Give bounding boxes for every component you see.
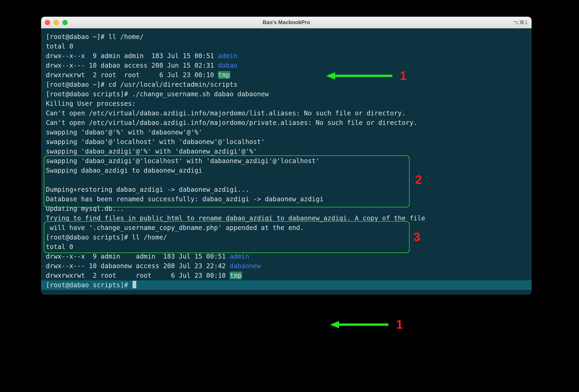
output-line: swapping 'dabao'@'localhost' with 'dabao… bbox=[46, 138, 265, 146]
command: ll /home/ bbox=[132, 233, 167, 241]
output-line: Database has been renamed successfully: … bbox=[46, 195, 323, 203]
maximize-icon[interactable] bbox=[62, 20, 68, 25]
output-line: will have '.change_username_copy_dbname.… bbox=[46, 224, 304, 232]
output-line: Updating mysql.db... bbox=[46, 205, 124, 212]
dir-name: admin bbox=[230, 252, 249, 260]
cursor-icon bbox=[133, 281, 136, 288]
window-controls bbox=[45, 20, 68, 25]
output-line: total 0 bbox=[46, 243, 73, 251]
prompt: [root@dabao scripts]# bbox=[46, 281, 132, 289]
output-line: drwx--x--x 9 admin admin 183 Jul 15 00:5… bbox=[46, 252, 230, 260]
prompt: [root@dabao scripts]# bbox=[46, 90, 132, 98]
dir-name: admin bbox=[218, 52, 238, 60]
close-icon[interactable] bbox=[45, 20, 50, 25]
output-line: drwxrwxrwt 2 root root 6 Jul 23 00:10 bbox=[46, 272, 230, 279]
output-line: drwx--x--- 10 dabaonew access 208 Jul 23… bbox=[46, 262, 230, 270]
output-line: drwxrwxrwt 2 root root 6 Jul 23 00:10 bbox=[46, 71, 218, 79]
output-line: Dumping+restoring dabao_azdigi -> dabaon… bbox=[46, 186, 249, 193]
output-line: Killing User processes: bbox=[46, 100, 136, 107]
output-line: Swapping dabao_azdigi to dabaonew_azdigi bbox=[46, 167, 202, 174]
dir-name-sticky: tmp bbox=[230, 272, 242, 279]
output-line: Can't open /etc/virtual/dabao.azdigi.inf… bbox=[46, 119, 417, 127]
output-line: Trying to find files in public_html to r… bbox=[46, 214, 425, 222]
command: ./change_username.sh dabao dabaonew bbox=[132, 90, 269, 98]
command: ll /home/ bbox=[108, 33, 144, 41]
terminal-viewport[interactable]: [root@dabao ~]# ll /home/ total 0 drwx--… bbox=[41, 28, 532, 295]
prompt: [root@dabao ~]# bbox=[46, 33, 108, 41]
dir-name-sticky: tmp bbox=[218, 71, 230, 79]
output-line: total 0 bbox=[46, 42, 73, 50]
output-line: swapping 'dabao_azdigi'@'%' with 'dabaon… bbox=[46, 147, 257, 155]
window-title: Bao's MacbookPro bbox=[41, 19, 532, 25]
prompt: [root@dabao scripts]# bbox=[46, 233, 132, 241]
command: cd /usr/local/directadmin/scripts bbox=[108, 81, 238, 88]
minimize-icon[interactable] bbox=[54, 20, 59, 25]
active-prompt-line[interactable]: [root@dabao scripts]# bbox=[41, 280, 532, 290]
svg-marker-3 bbox=[330, 321, 339, 328]
output-line: drwx--x--x 9 admin admin 183 Jul 15 00:5… bbox=[46, 52, 218, 60]
terminal-window: Bao's MacbookPro ⌥⌘1 [root@dabao ~]# ll … bbox=[41, 17, 532, 295]
window-titlebar[interactable]: Bao's MacbookPro ⌥⌘1 bbox=[41, 17, 532, 28]
output-line: swapping 'dabao'@'%' with 'dabaonew'@'%' bbox=[46, 128, 202, 136]
dir-name: dabaonew bbox=[230, 262, 261, 270]
prompt: [root@dabao ~]# bbox=[46, 81, 108, 88]
output-line: drwx--x--- 10 dabao access 208 Jun 15 02… bbox=[46, 62, 218, 69]
dir-name: dabao bbox=[218, 62, 238, 69]
annotation-number-1b: 1 bbox=[396, 317, 403, 332]
annotation-arrow-1b bbox=[330, 319, 388, 330]
output-line: Can't open /etc/virtual/dabao.azdigi.inf… bbox=[46, 109, 406, 117]
tab-shortcut: ⌥⌘1 bbox=[513, 19, 528, 25]
output-line: swapping 'dabao_azdigi'@'localhost' with… bbox=[46, 157, 320, 165]
